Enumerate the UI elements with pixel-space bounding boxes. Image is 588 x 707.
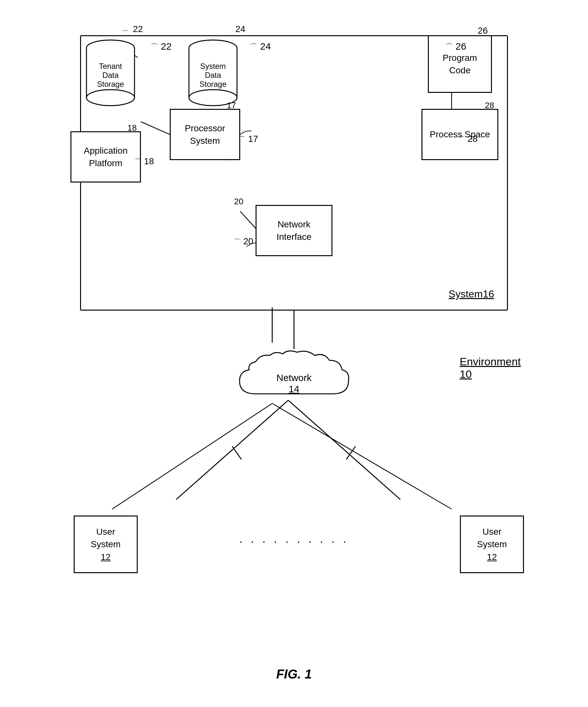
network-interface-ref: 20 xyxy=(234,196,243,207)
svg-line-26 xyxy=(288,400,400,500)
svg-text:Storage: Storage xyxy=(97,80,124,88)
system16-label: System16 xyxy=(449,288,494,300)
user-system-right-number: 12 xyxy=(487,551,497,563)
app-platform-box: 18 ApplicationPlatform xyxy=(70,131,141,182)
tenant-storage: 22 ⌒ Tenant Data Storage xyxy=(83,35,138,109)
svg-text:Data: Data xyxy=(205,71,221,79)
environment-number: 10 xyxy=(460,368,472,380)
svg-text:System: System xyxy=(200,62,226,70)
system16-number: 16 xyxy=(483,288,494,300)
svg-line-25 xyxy=(176,400,288,500)
ref-20: ⌒ 20 xyxy=(234,236,253,247)
diagram-container: System16 22 ⌒ Tenant Data Storage 24 xyxy=(48,16,540,691)
system-storage: 24 System Data Storage xyxy=(186,35,240,109)
svg-text:Storage: Storage xyxy=(199,80,226,88)
environment-text: Environment xyxy=(460,356,521,368)
user-system-left: UserSystem 12 xyxy=(74,515,138,573)
processor-label: ProcessorSystem xyxy=(185,122,225,147)
tenant-ref-number: 22 xyxy=(133,24,143,34)
system-storage-ref: 24 xyxy=(235,24,245,34)
ni-to-cloud-line xyxy=(294,311,295,349)
user-system-left-label: UserSystem xyxy=(91,526,121,550)
user-system-right: UserSystem 12 xyxy=(460,515,524,573)
svg-text:Tenant: Tenant xyxy=(99,62,122,70)
system16-text: System xyxy=(449,288,483,300)
system-storage-svg: System Data Storage xyxy=(186,35,240,109)
ref-17: ⌒ 17 xyxy=(238,134,258,144)
network-interface-label: NetworkInterface xyxy=(277,218,312,243)
ref-18: ⌒ 18 xyxy=(134,156,154,167)
figure-label: FIG. 1 xyxy=(276,667,312,681)
process-space-ref: 28 xyxy=(485,100,494,111)
processor-system-box: 17 ProcessorSystem xyxy=(170,109,240,160)
program-code-label: ProgramCode xyxy=(443,52,477,76)
environment-label: Environment 10 xyxy=(460,356,521,380)
ref-22: ⌒ 22 xyxy=(151,41,172,52)
tree-lines-svg xyxy=(144,384,432,519)
ref-28: ⌒ 28 xyxy=(458,134,478,144)
app-platform-label: ApplicationPlatform xyxy=(84,144,128,169)
program-code-ref: 26 xyxy=(478,25,488,36)
ref-26: ⌒ 26 xyxy=(445,41,466,52)
user-system-left-number: 12 xyxy=(101,551,110,563)
dots-label: · · · · · · · · · · xyxy=(239,535,349,548)
svg-text:Network: Network xyxy=(276,372,312,383)
processor-ref: 17 xyxy=(227,100,236,111)
user-system-right-label: UserSystem xyxy=(477,526,507,550)
svg-text:Data: Data xyxy=(102,71,119,79)
svg-point-11 xyxy=(87,90,134,106)
tenant-cylinder-svg: Tenant Data Storage xyxy=(83,35,138,109)
network-interface-box: 20 NetworkInterface xyxy=(256,205,332,256)
app-platform-ref: 18 xyxy=(127,123,137,134)
ref-24: ⌒ 24 xyxy=(250,41,271,52)
